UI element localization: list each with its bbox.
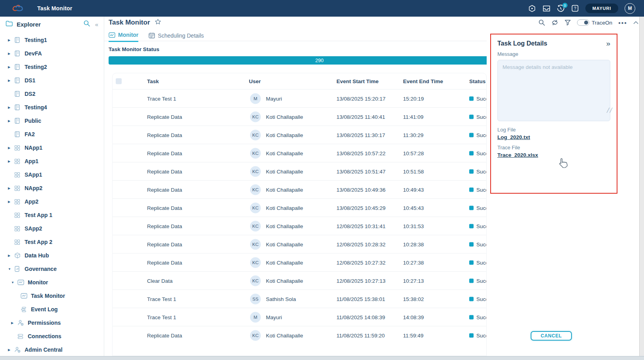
tree-collapsed-arrow-icon[interactable]: ▶ [8,160,14,163]
sidebar-item-app1[interactable]: ▶App1 [0,154,104,168]
status-progress-value: 290 [315,58,324,63]
tab-scheduling-details[interactable]: Scheduling Details [149,32,204,42]
tree-collapsed-arrow-icon[interactable]: ▶ [8,65,14,69]
table-row[interactable]: Clear DataKCKoti Challapalle12/08/2025 1… [113,271,486,290]
tree-collapsed-arrow-icon[interactable]: ▶ [11,321,17,325]
sidebar-item-testing2[interactable]: ▶Testing2 [0,60,104,74]
select-all-checkbox[interactable] [116,78,122,84]
table-row[interactable]: Replicate DataKCKoti Challapalle12/08/20… [113,253,486,271]
sidebar-item-napp2[interactable]: ▶NApp2 [0,181,104,195]
table-row[interactable]: Trace Test 1MMayuri11/08/2025 14:08:3914… [113,308,486,326]
sidebar-item-test-app-1[interactable]: Test App 1 [0,208,104,222]
panel-collapse-icon[interactable]: » [606,40,610,47]
table-row[interactable]: Replicate DataKCKoti Challapalle13/08/20… [113,107,486,126]
event-end-cell: 11:30:29 [403,132,424,138]
table-row[interactable]: Replicate DataKCKoti Challapalle13/08/20… [113,126,486,144]
log-file-link[interactable]: Log_2020.txt [497,134,530,140]
sidebar-item-devfa[interactable]: ▶DevFA [0,47,104,60]
chevron-up-icon[interactable] [633,21,638,24]
column-header-status[interactable]: Status [469,78,485,84]
tree-collapsed-arrow-icon[interactable]: ▶ [8,38,14,42]
tree-collapsed-arrow-icon[interactable]: ▶ [8,200,14,204]
table-header-row: Task User Event Start Time Event End Tim… [113,73,486,89]
explorer-tree: ▶Testing1▶DevFA▶Testing2▶DS1DS2▶Testing4… [0,33,104,356]
sidebar-item-napp1[interactable]: ▶NApp1 [0,141,104,154]
sidebar-item-label: Task Monitor [31,293,65,299]
message-textarea[interactable] [497,60,610,121]
sidebar-item-event-log[interactable]: Event Log [0,303,104,316]
event-start-cell: 13/08/2025 10:45:29 [336,205,386,211]
tree-collapsed-arrow-icon[interactable]: ▶ [8,254,14,257]
trace-toggle-switch[interactable] [577,19,589,26]
sidebar-item-permissions[interactable]: ▶Permissions [0,316,104,330]
column-header-user[interactable]: User [249,78,261,84]
sidebar-item-fa2[interactable]: FA2 [0,128,104,141]
table-row[interactable]: Replicate DataKCKoti Challapalle11/08/20… [113,326,486,344]
user-cell: Mayuri [266,314,282,320]
table-row[interactable]: Replicate DataKCKoti Challapalle13/08/20… [113,162,486,180]
favorite-star-icon[interactable] [155,19,161,27]
sidebar-item-testing1[interactable]: ▶Testing1 [0,33,104,47]
task-cell: Replicate Data [147,223,182,229]
table-row[interactable]: Replicate DataKCKoti Challapalle12/08/20… [113,217,486,235]
refresh-icon[interactable] [551,19,558,26]
tree-collapsed-arrow-icon[interactable]: ▶ [8,106,14,109]
task-cell: Replicate Data [147,241,182,247]
task-cell: Trace Test 1 [147,95,176,101]
avatar[interactable]: M [625,3,635,14]
sidebar-item-testing4[interactable]: ▶Testing4 [0,101,104,114]
table-row[interactable]: Trace Test 1MMayuri13/08/2025 15:20:1715… [113,89,486,107]
sidebar-item-connections[interactable]: Connections [0,330,104,343]
grid-icon [14,239,21,246]
status-progress-bar[interactable]: 290 [109,56,530,65]
search-icon[interactable] [538,19,545,26]
tree-collapsed-arrow-icon[interactable]: ▶ [8,79,14,82]
sidebar-item-ds2[interactable]: DS2 [0,87,104,101]
sidebar-item-label: Test App 1 [25,212,52,218]
user-menu-button[interactable]: MAYURI [585,4,618,13]
sidebar-item-sapp1[interactable]: SApp1 [0,168,104,181]
help-icon[interactable]: ? [571,4,579,12]
tab-monitor[interactable]: Monitor [109,32,138,42]
column-header-end[interactable]: Event End Time [403,78,443,84]
tree-collapsed-arrow-icon[interactable]: ▶ [8,348,14,352]
tree-collapsed-arrow-icon[interactable]: ▶ [8,119,14,123]
tree-expanded-arrow-icon[interactable]: ▼ [11,281,17,284]
history-clock-icon[interactable]: 0 [557,4,565,12]
sidebar-item-sapp2[interactable]: SApp2 [0,222,104,235]
tree-expanded-arrow-icon[interactable]: ▼ [8,267,14,271]
status-label: Successful [476,332,487,338]
sidebar-search-icon[interactable] [83,20,90,29]
sidebar-item-app2[interactable]: ▶App2 [0,195,104,208]
filter-icon[interactable] [564,19,571,26]
sidebar-item-test-app-2[interactable]: Test App 2 [0,235,104,249]
grid-icon [14,225,21,232]
trace-file-link[interactable]: Trace_2020.xlsx [497,152,538,158]
more-options-icon[interactable]: ●●● [618,21,627,25]
tree-collapsed-arrow-icon[interactable]: ▶ [8,146,14,150]
sidebar-item-admin-central[interactable]: ▶Admin Central [0,343,104,356]
tree-collapsed-arrow-icon[interactable]: ▶ [8,187,14,190]
sidebar-item-public[interactable]: ▶Public [0,114,104,128]
event-start-cell: 13/08/2025 10:51:47 [336,168,386,174]
column-header-task[interactable]: Task [147,78,159,84]
table-row[interactable]: Replicate DataKCKoti Challapalle12/08/20… [113,235,486,253]
status-cell: Successful [469,95,487,101]
sidebar-item-task-monitor[interactable]: Task Monitor [0,289,104,303]
status-cell: Successful [469,223,487,229]
table-row[interactable]: Replicate DataKCKoti Challapalle13/08/20… [113,198,486,217]
table-row[interactable]: Trace Test 1SSSathish Sola11/08/2025 15:… [113,290,486,308]
sidebar-collapse-icon[interactable]: « [95,21,98,28]
table-row[interactable]: Replicate DataKCKoti Challapalle13/08/20… [113,144,486,162]
column-header-start[interactable]: Event Start Time [336,78,378,84]
trace-toggle[interactable]: TraceOn [577,19,612,26]
settings-hexagon-icon[interactable] [528,4,536,12]
inbox-icon[interactable] [543,4,550,12]
table-row[interactable]: Replicate DataKCKoti Challapalle13/08/20… [113,180,486,198]
tree-collapsed-arrow-icon[interactable]: ▶ [8,52,14,55]
sidebar-item-data-hub[interactable]: ▶Data Hub [0,249,104,262]
sidebar-item-monitor[interactable]: ▼Monitor [0,276,104,289]
sidebar-item-governance[interactable]: ▼Governance [0,262,104,276]
sidebar-item-ds1[interactable]: ▶DS1 [0,74,104,87]
cancel-button[interactable]: CANCEL [531,331,572,341]
